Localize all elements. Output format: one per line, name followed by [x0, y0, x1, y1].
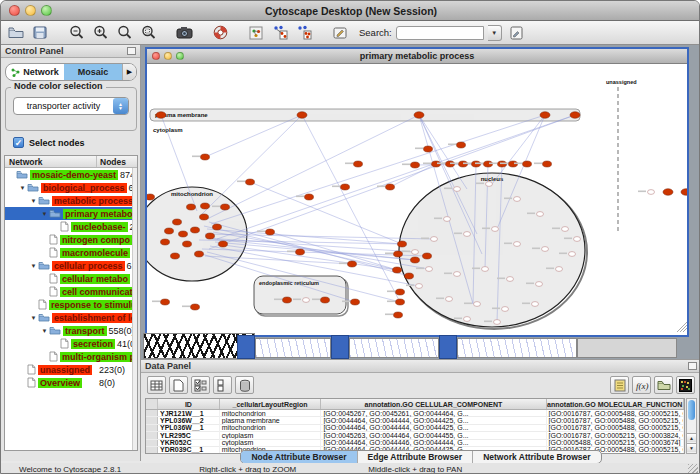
network-node[interactable] [187, 204, 196, 210]
chevron-down-icon[interactable]: ▼ [488, 25, 502, 41]
network-node[interactable] [507, 277, 514, 282]
zoom-window-button[interactable] [41, 5, 52, 16]
background-window-fragment[interactable] [331, 335, 349, 359]
tree-row[interactable]: Overview8(0) [5, 376, 137, 389]
network-node[interactable] [156, 112, 166, 119]
scroll-up-icon[interactable]: ▲ [687, 433, 696, 442]
network-node[interactable] [195, 251, 204, 257]
background-window-fragment[interactable] [577, 338, 677, 358]
network-node[interactable] [532, 302, 539, 307]
expand-triangle-icon[interactable]: ▼ [29, 315, 38, 321]
expand-triangle-icon[interactable]: ▼ [40, 328, 49, 334]
table-scrollbar-thumb[interactable] [688, 400, 695, 420]
select-nodes-checkbox[interactable]: ✓ [13, 137, 24, 148]
annotation-icon[interactable] [329, 23, 351, 43]
function-builder-icon[interactable]: f(x) [632, 376, 651, 394]
tree-row[interactable]: mosaic-demo-yeast874(0) [5, 168, 137, 181]
table-scrollbar[interactable]: ▲ ▼ [686, 398, 697, 454]
network-node[interactable] [351, 299, 360, 305]
layout1-icon[interactable] [269, 23, 291, 43]
search-input[interactable] [396, 26, 484, 40]
tree-row[interactable]: ▼metabolic process280(0) [5, 194, 137, 207]
network-node[interactable] [411, 257, 420, 263]
background-window-fragment[interactable] [439, 335, 457, 359]
expand-triangle-icon[interactable]: ▼ [29, 198, 38, 204]
network-node[interactable] [321, 297, 330, 303]
resize-grip[interactable] [688, 464, 698, 474]
network-node[interactable] [161, 239, 170, 245]
tree-row[interactable]: ▼transport558(0) [5, 324, 137, 337]
table-cell[interactable]: [GO:0044464, GO:0044444, GO:0044425, G..… [321, 424, 546, 431]
network-node[interactable] [486, 182, 493, 187]
tab-mosaic[interactable]: Mosaic [64, 64, 122, 80]
tree-row[interactable]: macromolecule311(0) [5, 246, 137, 259]
network-node[interactable] [266, 229, 275, 235]
network-node[interactable] [394, 251, 403, 257]
table-column-header[interactable]: annotation.GO CELLULAR_COMPONENT [321, 399, 546, 409]
network-window[interactable]: primary metabolic process plasma membran… [145, 47, 689, 337]
table-cell[interactable]: [GO:0045267, GO:0045261, GO:0044464, G..… [321, 410, 546, 417]
network-node[interactable] [412, 250, 419, 255]
delete-attribute-icon[interactable] [235, 376, 254, 394]
network-node[interactable] [173, 219, 182, 225]
table-cell[interactable]: [GO:0016787, GO:0005488, GO:0005215, G..… [547, 410, 684, 417]
network-node[interactable] [494, 320, 501, 325]
close-network-button[interactable] [152, 52, 160, 60]
background-window-fragment[interactable] [255, 338, 331, 358]
tab-node-attribute-browser[interactable]: Node Attribute Browser [241, 451, 357, 463]
table-cell[interactable]: cytoplasm [220, 439, 322, 446]
network-node[interactable] [423, 253, 432, 259]
help-icon[interactable] [209, 23, 231, 43]
network-node[interactable] [147, 194, 155, 200]
network-node[interactable] [394, 312, 403, 318]
network-node[interactable] [570, 112, 580, 119]
network-node[interactable] [305, 194, 314, 200]
network-node[interactable] [536, 282, 543, 287]
background-window-fragment[interactable] [349, 338, 439, 358]
network-node[interactable] [424, 146, 433, 152]
tree-row[interactable]: multi-organism pro42(0) [5, 350, 137, 363]
network-canvas[interactable]: plasma membranecytoplasmmitochondrionnuc… [147, 64, 687, 335]
network-node[interactable] [540, 112, 550, 119]
table-cell[interactable]: plasma membrane [220, 417, 322, 424]
zoom-in-icon[interactable] [89, 23, 111, 43]
table-io-icon[interactable] [147, 376, 166, 394]
layout2-icon[interactable] [293, 23, 315, 43]
minimize-network-button[interactable] [164, 52, 172, 60]
network-node[interactable] [574, 237, 581, 242]
unselect-attributes-icon[interactable] [213, 376, 232, 394]
network-node[interactable] [454, 272, 461, 277]
zoom-network-button[interactable] [176, 52, 184, 60]
network-edge[interactable] [207, 115, 419, 219]
notepad-icon[interactable] [610, 376, 629, 394]
search-options-icon[interactable] [506, 23, 528, 43]
select-attributes-icon[interactable] [191, 376, 210, 394]
network-node[interactable] [161, 299, 170, 305]
table-cell[interactable]: YLR295C [158, 432, 220, 439]
tab-network[interactable]: Network [6, 64, 64, 80]
network-node[interactable] [464, 317, 471, 322]
network-node[interactable] [431, 237, 438, 242]
network-node[interactable] [393, 267, 402, 273]
matrix-icon[interactable] [676, 376, 695, 394]
network-node[interactable] [296, 249, 305, 255]
network-node[interactable] [416, 284, 423, 289]
network-node[interactable] [414, 112, 424, 119]
zoom-selected-icon[interactable] [137, 23, 159, 43]
more-tabs-arrow-icon[interactable]: ▶ [122, 64, 136, 80]
network-node[interactable] [297, 112, 307, 119]
network-node[interactable] [398, 241, 407, 247]
network-node[interactable] [179, 231, 188, 237]
network-edge[interactable] [492, 115, 545, 184]
tree-row[interactable]: response to stimulu264(0) [5, 298, 137, 311]
expand-triangle-icon[interactable]: ▼ [40, 211, 49, 217]
tree-row[interactable]: nitrogen compo209(0) [5, 233, 137, 246]
network-node[interactable] [191, 227, 200, 233]
node-color-dropdown[interactable]: transporter activity ▲▼ [13, 97, 129, 115]
network-node[interactable] [221, 204, 230, 210]
network-node[interactable] [681, 189, 687, 196]
network-node[interactable] [523, 161, 532, 167]
network-node[interactable] [663, 189, 673, 196]
tree-row[interactable]: ▼biological_process651(0) [5, 181, 137, 194]
network-node[interactable] [648, 190, 655, 195]
